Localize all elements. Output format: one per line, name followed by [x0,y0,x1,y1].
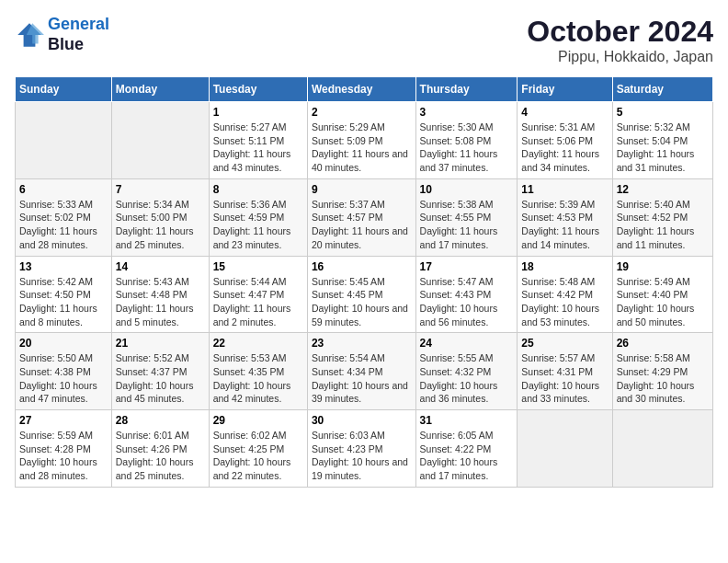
calendar-cell: 31Sunrise: 6:05 AMSunset: 4:22 PMDayligh… [415,410,518,488]
calendar-cell [612,410,712,488]
day-detail: Sunrise: 6:03 AMSunset: 4:23 PMDaylight:… [312,429,412,483]
calendar-cell: 4Sunrise: 5:31 AMSunset: 5:06 PMDaylight… [518,102,612,179]
day-detail: Sunrise: 5:52 AMSunset: 4:37 PMDaylight:… [116,351,205,406]
day-detail: Sunrise: 5:31 AMSunset: 5:06 PMDaylight:… [521,121,608,175]
day-number: 6 [19,183,108,196]
logo-icon [15,20,44,50]
calendar-cell [16,102,112,179]
day-number: 15 [213,260,303,273]
calendar-cell: 29Sunrise: 6:02 AMSunset: 4:25 PMDayligh… [209,410,307,488]
day-detail: Sunrise: 5:44 AMSunset: 4:47 PMDaylight:… [213,275,303,329]
calendar-cell: 12Sunrise: 5:40 AMSunset: 4:52 PMDayligh… [612,178,712,256]
day-number: 31 [420,414,514,427]
weekday-header: Monday [111,77,209,102]
title-block: October 2024 Pippu, Hokkaido, Japan [527,15,713,65]
day-detail: Sunrise: 5:27 AMSunset: 5:11 PMDaylight:… [213,121,303,175]
day-number: 11 [521,183,608,196]
day-detail: Sunrise: 5:55 AMSunset: 4:32 PMDaylight:… [420,351,514,406]
day-number: 8 [213,183,303,196]
day-detail: Sunrise: 5:53 AMSunset: 4:35 PMDaylight:… [213,351,303,406]
calendar-cell: 26Sunrise: 5:58 AMSunset: 4:29 PMDayligh… [612,333,712,410]
day-detail: Sunrise: 5:58 AMSunset: 4:29 PMDaylight:… [617,351,709,406]
calendar-cell: 2Sunrise: 5:29 AMSunset: 5:09 PMDaylight… [307,102,415,179]
day-detail: Sunrise: 5:34 AMSunset: 5:00 PMDaylight:… [116,198,205,252]
day-detail: Sunrise: 5:48 AMSunset: 4:42 PMDaylight:… [521,275,608,329]
day-detail: Sunrise: 5:57 AMSunset: 4:31 PMDaylight:… [521,351,608,406]
calendar-cell: 10Sunrise: 5:38 AMSunset: 4:55 PMDayligh… [415,178,518,256]
day-number: 17 [420,260,514,273]
weekday-header: Thursday [415,77,518,102]
page-header: General Blue October 2024 Pippu, Hokkaid… [15,15,713,65]
day-detail: Sunrise: 5:36 AMSunset: 4:59 PMDaylight:… [213,198,303,252]
day-detail: Sunrise: 5:39 AMSunset: 4:53 PMDaylight:… [521,198,608,252]
calendar-body: 1Sunrise: 5:27 AMSunset: 5:11 PMDaylight… [16,102,713,488]
day-number: 9 [312,183,412,196]
day-detail: Sunrise: 5:42 AMSunset: 4:50 PMDaylight:… [19,275,108,329]
calendar-header: SundayMondayTuesdayWednesdayThursdayFrid… [16,77,713,102]
day-number: 16 [312,260,412,273]
day-detail: Sunrise: 5:30 AMSunset: 5:08 PMDaylight:… [420,121,514,175]
day-number: 21 [116,337,205,350]
calendar-cell: 30Sunrise: 6:03 AMSunset: 4:23 PMDayligh… [307,410,415,488]
calendar-table: SundayMondayTuesdayWednesdayThursdayFrid… [15,76,713,488]
calendar-cell: 28Sunrise: 6:01 AMSunset: 4:26 PMDayligh… [111,410,209,488]
day-number: 26 [617,337,709,350]
day-detail: Sunrise: 5:33 AMSunset: 5:02 PMDaylight:… [19,198,108,252]
calendar-cell: 23Sunrise: 5:54 AMSunset: 4:34 PMDayligh… [307,333,415,410]
calendar-cell: 14Sunrise: 5:43 AMSunset: 4:48 PMDayligh… [111,256,209,333]
day-detail: Sunrise: 5:37 AMSunset: 4:57 PMDaylight:… [312,198,412,252]
calendar-cell: 20Sunrise: 5:50 AMSunset: 4:38 PMDayligh… [16,333,112,410]
calendar-cell [111,102,209,179]
calendar-cell: 3Sunrise: 5:30 AMSunset: 5:08 PMDaylight… [415,102,518,179]
logo-line2: Blue [48,35,109,55]
day-number: 4 [521,106,608,119]
page-title: October 2024 [527,15,713,49]
day-number: 1 [213,106,303,119]
calendar-cell: 22Sunrise: 5:53 AMSunset: 4:35 PMDayligh… [209,333,307,410]
day-detail: Sunrise: 5:38 AMSunset: 4:55 PMDaylight:… [420,198,514,252]
calendar-cell [518,410,612,488]
day-number: 20 [19,337,108,350]
calendar-cell: 9Sunrise: 5:37 AMSunset: 4:57 PMDaylight… [307,178,415,256]
day-number: 10 [420,183,514,196]
day-number: 3 [420,106,514,119]
day-number: 25 [521,337,608,350]
logo: General Blue [15,15,109,54]
day-number: 24 [420,337,514,350]
day-number: 14 [116,260,205,273]
day-number: 2 [312,106,412,119]
day-detail: Sunrise: 5:43 AMSunset: 4:48 PMDaylight:… [116,275,205,329]
page-subtitle: Pippu, Hokkaido, Japan [527,49,713,65]
logo-text: General Blue [48,15,109,54]
day-number: 22 [213,337,303,350]
day-number: 30 [312,414,412,427]
day-number: 29 [213,414,303,427]
day-number: 12 [617,183,709,196]
calendar-cell: 27Sunrise: 5:59 AMSunset: 4:28 PMDayligh… [16,410,112,488]
calendar-cell: 21Sunrise: 5:52 AMSunset: 4:37 PMDayligh… [111,333,209,410]
calendar-cell: 8Sunrise: 5:36 AMSunset: 4:59 PMDaylight… [209,178,307,256]
calendar-cell: 25Sunrise: 5:57 AMSunset: 4:31 PMDayligh… [518,333,612,410]
logo-line1: General [48,15,109,33]
day-detail: Sunrise: 6:01 AMSunset: 4:26 PMDaylight:… [116,429,205,483]
weekday-header: Friday [518,77,612,102]
calendar-cell: 13Sunrise: 5:42 AMSunset: 4:50 PMDayligh… [16,256,112,333]
day-detail: Sunrise: 5:40 AMSunset: 4:52 PMDaylight:… [617,198,709,252]
day-detail: Sunrise: 5:50 AMSunset: 4:38 PMDaylight:… [19,351,108,406]
day-number: 18 [521,260,608,273]
day-number: 7 [116,183,205,196]
day-detail: Sunrise: 5:32 AMSunset: 5:04 PMDaylight:… [617,121,709,175]
day-detail: Sunrise: 5:47 AMSunset: 4:43 PMDaylight:… [420,275,514,329]
day-number: 23 [312,337,412,350]
calendar-cell: 5Sunrise: 5:32 AMSunset: 5:04 PMDaylight… [612,102,712,179]
weekday-header: Saturday [612,77,712,102]
day-detail: Sunrise: 6:05 AMSunset: 4:22 PMDaylight:… [420,429,514,483]
day-detail: Sunrise: 5:49 AMSunset: 4:40 PMDaylight:… [617,275,709,329]
day-number: 28 [116,414,205,427]
day-number: 13 [19,260,108,273]
calendar-cell: 24Sunrise: 5:55 AMSunset: 4:32 PMDayligh… [415,333,518,410]
calendar-cell: 16Sunrise: 5:45 AMSunset: 4:45 PMDayligh… [307,256,415,333]
calendar-week-row: 6Sunrise: 5:33 AMSunset: 5:02 PMDaylight… [16,178,713,256]
calendar-week-row: 1Sunrise: 5:27 AMSunset: 5:11 PMDaylight… [16,102,713,179]
calendar-week-row: 27Sunrise: 5:59 AMSunset: 4:28 PMDayligh… [16,410,713,488]
